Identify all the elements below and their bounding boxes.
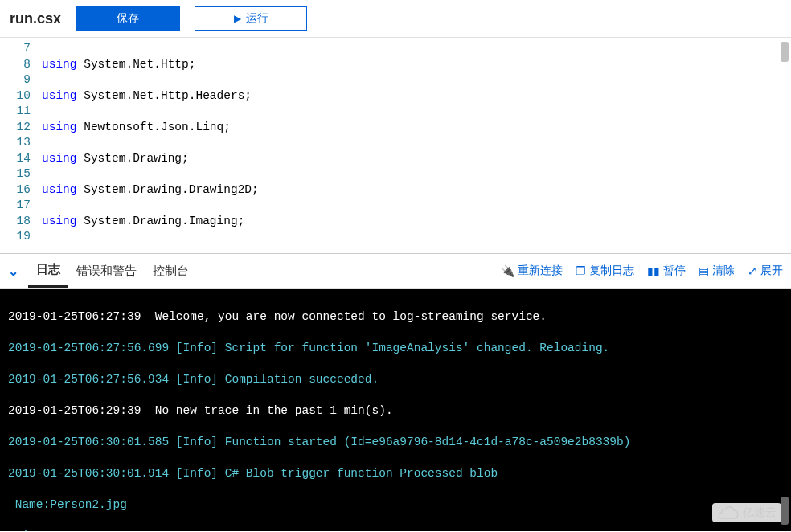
run-button[interactable]: ▶运行 [195, 6, 307, 31]
copy-icon: ❐ [576, 264, 586, 277]
tab-console[interactable]: 控制台 [145, 256, 197, 287]
code-editor[interactable]: 78910111213141516171819 using System.Net… [0, 38, 791, 253]
tab-errors[interactable]: 错误和警告 [68, 256, 145, 287]
console-scrollbar[interactable] [781, 497, 789, 525]
reconnect-action[interactable]: 🔌重新连接 [501, 264, 563, 278]
copy-action[interactable]: ❐复制日志 [576, 264, 634, 278]
line-gutter: 78910111213141516171819 [0, 38, 35, 253]
filename: run.csx [10, 10, 61, 27]
toolbar: run.csx 保存 ▶运行 [0, 0, 791, 38]
log-line: 2019-01-25T06:27:56.934 [Info] Compilati… [8, 372, 783, 388]
log-console[interactable]: 2019-01-25T06:27:39 Welcome, you are now… [0, 289, 791, 531]
save-button[interactable]: 保存 [76, 6, 180, 31]
pause-icon: ▮▮ [647, 264, 660, 277]
log-line: Name:Person2.jpg [8, 497, 783, 514]
expand-action[interactable]: ⤢展开 [748, 264, 783, 278]
pause-action[interactable]: ▮▮暂停 [647, 264, 686, 278]
cloud-icon [717, 505, 740, 521]
editor-scrollbar[interactable] [781, 42, 789, 62]
watermark: 亿速云 [712, 503, 781, 522]
code-body[interactable]: using System.Net.Http; using System.Net.… [35, 38, 637, 253]
log-line: 2019-01-25T06:27:39 Welcome, you are now… [8, 309, 783, 325]
log-line: 2019-01-25T06:30:01.914 [Info] C# Blob t… [8, 466, 783, 482]
tab-log[interactable]: 日志 [28, 254, 68, 288]
plug-icon: 🔌 [501, 264, 514, 277]
log-line: 2019-01-25T06:30:01.585 [Info] Function … [8, 435, 783, 451]
chevron-down-icon[interactable]: ⌄ [8, 264, 18, 279]
log-line: 2019-01-25T06:27:56.699 [Info] Script fo… [8, 341, 783, 357]
expand-icon: ⤢ [748, 264, 757, 277]
log-line: 2019-01-25T06:29:39 No new trace in the … [8, 403, 783, 419]
clear-icon: ▤ [699, 264, 709, 277]
clear-action[interactable]: ▤清除 [699, 264, 735, 278]
log-actions: 🔌重新连接 ❐复制日志 ▮▮暂停 ▤清除 ⤢展开 [501, 264, 783, 278]
play-icon: ▶ [234, 13, 241, 24]
run-label: 运行 [246, 11, 268, 26]
bottom-tabs: ⌄ 日志 错误和警告 控制台 🔌重新连接 ❐复制日志 ▮▮暂停 ▤清除 ⤢展开 [0, 253, 791, 289]
log-line: Size: 73329 Bytes [8, 529, 783, 532]
